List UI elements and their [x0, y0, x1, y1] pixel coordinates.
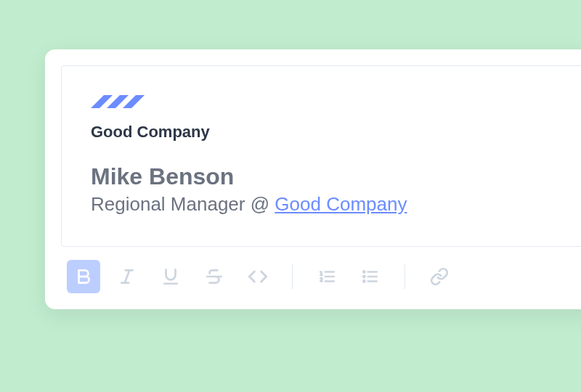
company-logo-icon — [91, 88, 581, 118]
editor-content[interactable]: Good Company Mike Benson Regional Manage… — [61, 65, 581, 247]
unordered-list-button[interactable] — [354, 260, 387, 293]
company-link[interactable]: Good Company — [275, 193, 407, 215]
title-prefix: Regional Manager @ — [91, 193, 275, 215]
underline-button[interactable] — [154, 260, 187, 293]
person-title: Regional Manager @ Good Company — [91, 193, 581, 216]
svg-line-2 — [125, 270, 130, 282]
code-button[interactable] — [241, 260, 275, 293]
link-button[interactable] — [423, 260, 456, 293]
italic-button[interactable] — [110, 260, 144, 293]
formatting-toolbar — [61, 247, 581, 309]
editor-card: Good Company Mike Benson Regional Manage… — [45, 49, 581, 309]
toolbar-divider — [405, 264, 405, 289]
strikethrough-button[interactable] — [198, 260, 231, 293]
toolbar-divider — [292, 264, 293, 289]
svg-point-12 — [363, 276, 365, 277]
logo-area: Good Company — [91, 88, 581, 142]
person-name: Mike Benson — [91, 163, 581, 190]
company-logo-text: Good Company — [91, 123, 581, 142]
bold-button[interactable] — [67, 260, 100, 293]
svg-point-13 — [363, 280, 365, 282]
svg-point-11 — [363, 271, 365, 272]
ordered-list-button[interactable] — [310, 260, 344, 293]
